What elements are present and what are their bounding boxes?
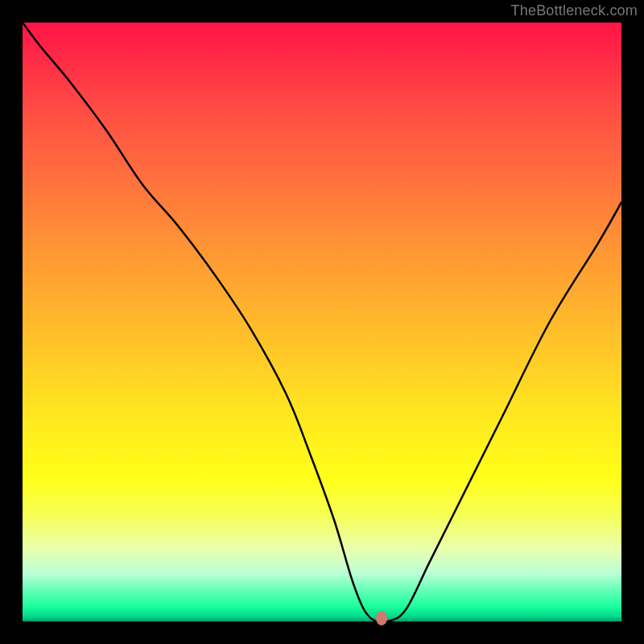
chart-frame: TheBottleneck.com bbox=[0, 0, 644, 644]
optimum-marker bbox=[376, 611, 387, 625]
plot-area bbox=[23, 23, 621, 621]
watermark-text: TheBottleneck.com bbox=[511, 0, 644, 23]
bottleneck-curve bbox=[23, 23, 621, 621]
